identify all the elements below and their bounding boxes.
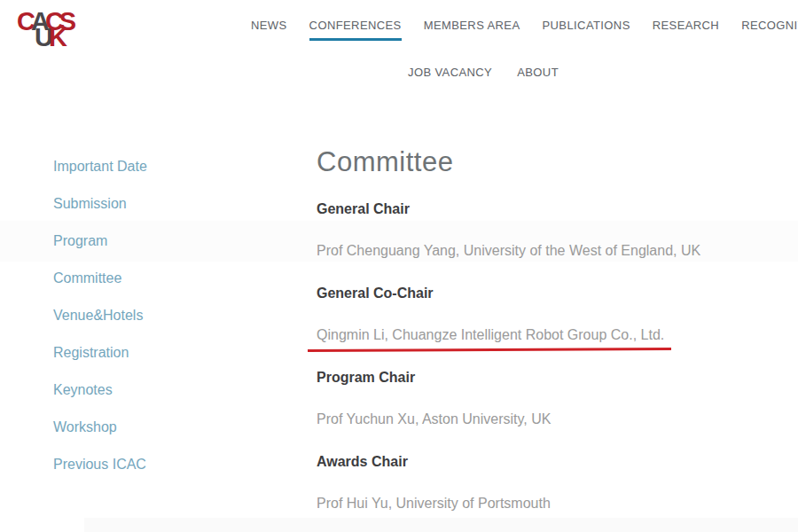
section-member-general-chair: Prof Chenguang Yang, University of the W… bbox=[317, 243, 700, 259]
nav-item-recognitions[interactable]: RECOGNITIONS bbox=[741, 20, 798, 41]
top-nav-row2: JOB VACANCY ABOUT bbox=[408, 66, 559, 85]
sidebar-item-important-date[interactable]: Important Date bbox=[53, 160, 147, 174]
section-role-general-chair: General Chair bbox=[317, 201, 410, 217]
site-logo[interactable]: CACS UK bbox=[17, 7, 79, 53]
logo-line-uk: UK bbox=[35, 25, 63, 51]
sidebar-item-workshop[interactable]: Workshop bbox=[53, 420, 147, 434]
sidebar-item-submission[interactable]: Submission bbox=[53, 197, 147, 211]
nav-item-publications[interactable]: PUBLICATIONS bbox=[543, 20, 630, 41]
nav-item-job-vacancy[interactable]: JOB VACANCY bbox=[408, 66, 492, 85]
red-underline-annotation bbox=[308, 348, 671, 352]
section-role-general-co-chair: General Co-Chair bbox=[317, 286, 434, 301]
top-nav-row1: NEWS CONFERENCES MEMBERS AREA PUBLICATIO… bbox=[251, 20, 798, 41]
sidebar-item-program[interactable]: Program bbox=[53, 234, 147, 248]
sidebar-item-committee[interactable]: Committee bbox=[53, 271, 147, 286]
logo-letter: K bbox=[49, 25, 63, 51]
nav-item-news[interactable]: NEWS bbox=[251, 20, 287, 41]
nav-item-about[interactable]: ABOUT bbox=[517, 66, 559, 85]
sidebar: Important Date Submission Program Commit… bbox=[53, 160, 147, 472]
section-role-awards-chair: Awards Chair bbox=[317, 454, 408, 470]
section-member-program-chair: Prof Yuchun Xu, Aston University, UK bbox=[317, 411, 551, 427]
nav-item-conferences[interactable]: CONFERENCES bbox=[309, 20, 402, 41]
nav-item-members-area[interactable]: MEMBERS AREA bbox=[424, 20, 520, 41]
section-role-program-chair: Program Chair bbox=[317, 370, 415, 386]
footer-band bbox=[84, 518, 798, 532]
logo-letter: C bbox=[17, 9, 31, 35]
sidebar-item-venue-hotels[interactable]: Venue&Hotels bbox=[53, 309, 147, 323]
sidebar-item-previous-icac[interactable]: Previous ICAC bbox=[53, 458, 147, 472]
section-member-general-co-chair: Qingmin Li, Chuangze Intelligent Robot G… bbox=[317, 327, 664, 343]
logo-letter: U bbox=[35, 25, 49, 51]
page-title: Committee bbox=[317, 147, 453, 177]
sidebar-item-registration[interactable]: Registration bbox=[53, 346, 147, 360]
section-member-awards-chair: Prof Hui Yu, University of Portsmouth bbox=[317, 496, 551, 512]
sidebar-item-keynotes[interactable]: Keynotes bbox=[53, 383, 147, 397]
nav-item-research[interactable]: RESEARCH bbox=[653, 20, 719, 41]
